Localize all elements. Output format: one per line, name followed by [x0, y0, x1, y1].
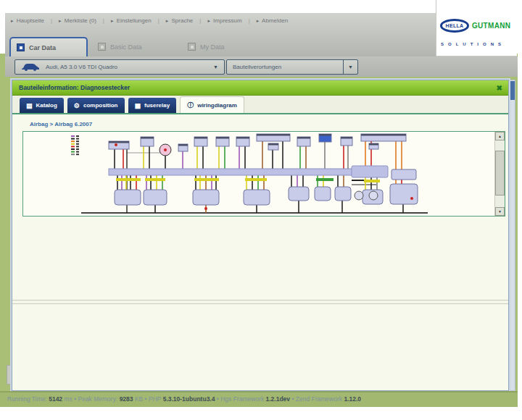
status-label: Running Time: — [7, 395, 49, 403]
component-info-panel: Bauteileinformation: Diagnosestecker ✖ ▤… — [12, 80, 509, 391]
tab-car-data[interactable]: Car Data — [9, 37, 88, 56]
tab-label: My Data — [200, 43, 225, 51]
status-value: 1.12.0 — [344, 395, 361, 403]
selector-bar: Audi, A5 3.0 V6 TDI Quadro ▼ Bauteilvero… — [5, 56, 518, 77]
scroll-up-icon[interactable]: ▲ — [495, 132, 505, 140]
panel-tab-bar: ▤Katalog⚙composition▦fuserelayⓘwiringdia… — [12, 96, 508, 113]
panel-tab-label: composition — [83, 102, 118, 109]
close-icon[interactable]: ✖ — [497, 80, 502, 96]
menu-item-merkliste-0[interactable]: ▸ Merkliste (0) — [59, 17, 96, 24]
fuserelay-icon: ▦ — [135, 102, 141, 109]
car-icon — [21, 63, 40, 71]
tab-basic-data[interactable]: Basic Data — [98, 37, 142, 56]
catalog-icon: ▤ — [26, 102, 33, 109]
menu-arrow-icon: ▸ — [166, 18, 169, 23]
menu-item-einstellungen[interactable]: ▸ Einstellungen — [111, 17, 152, 24]
status-value: 1.2.1dev — [266, 395, 291, 403]
action-select-value: Bauteilverortungen — [233, 64, 343, 70]
my-data-tab-icon — [188, 43, 196, 51]
status-label: • Zend Framework — [290, 395, 344, 403]
panel-tab-fuserelay[interactable]: ▦fuserelay — [128, 98, 177, 113]
chevron-down-icon: ▼ — [348, 64, 353, 70]
scroll-down-icon[interactable]: ▼ — [495, 207, 505, 216]
brand-logo: HELLA GUTMANN SOLUTIONS — [436, 0, 517, 56]
panel-scrollbar-thumb[interactable] — [510, 81, 515, 100]
panel-tab-label: wiringdiagram — [197, 102, 237, 109]
panel-tab-wiringdiagram[interactable]: ⓘwiringdiagram — [180, 96, 244, 113]
menu-separator: | — [158, 17, 160, 24]
status-label: KB • PHP — [133, 395, 163, 403]
vehicle-select[interactable]: Audi, A5 3.0 V6 TDI Quadro ▼ — [14, 59, 225, 75]
chevron-down-icon: ▼ — [213, 64, 218, 70]
top-menu: ▸ Hauptseite|▸ Merkliste (0)|▸ Einstellu… — [11, 17, 433, 28]
status-label: ms • Peak Memory: — [62, 395, 120, 403]
hella-logo-oval: HELLA — [440, 19, 469, 33]
menu-arrow-icon: ▸ — [59, 18, 62, 23]
wiringdiagram-icon: ⓘ — [187, 101, 194, 110]
menu-item-hauptseite[interactable]: ▸ Hauptseite — [11, 17, 44, 24]
car-data-tab-icon — [17, 43, 25, 51]
wiring-diagram-viewport: ▲ ▼ — [22, 131, 505, 217]
tab-label: Car Data — [29, 44, 56, 51]
diagram-scrollbar[interactable]: ▲ ▼ — [494, 132, 505, 216]
vehicle-select-value: Audi, A5 3.0 V6 TDI Quadro — [46, 64, 207, 70]
wiring-diagram-svg — [23, 132, 494, 216]
diagram-scrollbar-thumb[interactable] — [495, 151, 505, 196]
header: ▸ Hauptseite|▸ Merkliste (0)|▸ Einstellu… — [5, 13, 436, 56]
menu-separator: | — [103, 17, 104, 24]
status-value: 9283 — [120, 395, 133, 403]
status-label: • Hgs Framework — [215, 395, 265, 403]
composition-icon: ⚙ — [74, 102, 80, 109]
menu-separator: | — [249, 17, 250, 24]
empty-lower-pane — [12, 303, 508, 390]
app-page: ▸ Hauptseite|▸ Merkliste (0)|▸ Einstellu… — [0, 0, 522, 420]
menu-separator: | — [199, 17, 201, 24]
menu-item-impressum[interactable]: ▸ Impressum — [207, 17, 241, 24]
panel-tab-katalog[interactable]: ▤Katalog — [20, 98, 64, 113]
menu-arrow-icon: ▸ — [111, 18, 114, 23]
status-text: Running Time: 5142 ms • Peak Memory: 928… — [7, 395, 361, 403]
menu-item-sprache[interactable]: ▸ Sprache — [166, 17, 194, 24]
menu-item-abmelden[interactable]: ▸ Abmelden — [257, 17, 288, 24]
panel-scrollbar[interactable] — [510, 80, 515, 391]
menu-arrow-icon: ▸ — [207, 18, 210, 23]
action-select[interactable]: Bauteilverortungen ▼ — [226, 59, 358, 75]
menu-arrow-icon: ▸ — [11, 18, 14, 23]
menu-arrow-icon: ▸ — [257, 18, 260, 23]
tab-label: Basic Data — [110, 43, 142, 51]
action-select-arrow-button[interactable]: ▼ — [343, 60, 357, 74]
gutmann-wordmark: GUTMANN — [472, 22, 510, 30]
status-value: 5142 — [49, 395, 62, 403]
menu-separator: | — [51, 17, 52, 24]
panel-title-bar: Bauteileinformation: Diagnosestecker ✖ — [12, 80, 508, 96]
panel-title: Bauteileinformation: Diagnosestecker — [19, 84, 130, 91]
basic-data-tab-icon — [98, 43, 106, 51]
status-bar: Running Time: 5142 ms • Peak Memory: 928… — [0, 391, 518, 407]
panel-tab-composition[interactable]: ⚙composition — [67, 98, 125, 113]
tab-my-data[interactable]: My Data — [188, 37, 225, 56]
panel-tab-label: Katalog — [36, 102, 57, 109]
breadcrumb: Airbag > Airbag 6.2007 — [30, 121, 92, 127]
solutions-wordmark: SOLUTIONS — [441, 42, 505, 46]
status-value: 5.3.10-1ubuntu3.4 — [163, 395, 215, 403]
panel-tab-label: fuserelay — [144, 102, 170, 109]
